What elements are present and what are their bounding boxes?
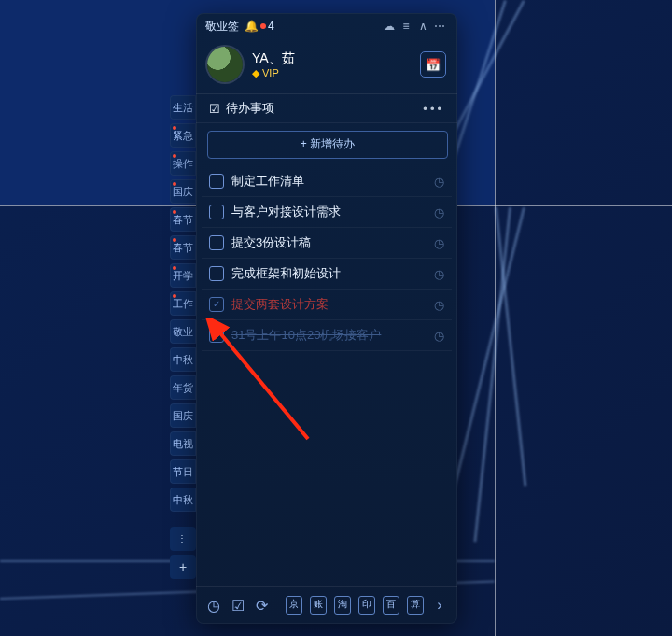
task-row[interactable]: 提交两套设计方案◷ [202, 290, 452, 320]
ribbon-item[interactable]: 国庆 [170, 403, 196, 428]
section-more-icon[interactable]: ••• [423, 102, 444, 116]
app-panel: 敬业签 🔔 4 ☁ ≡ ∧ ⋯ YA、茹 ◆ VIP 📅 ☑ 待办事项 ••• … [196, 13, 457, 624]
notification-badge[interactable]: 🔔 4 [245, 20, 274, 33]
ribbon-item[interactable]: 操作 [170, 151, 196, 176]
task-text: 与客户对接设计需求 [231, 204, 427, 220]
task-row[interactable]: 完成框架和初始设计◷ [202, 259, 452, 290]
task-list: 制定工作清单◷与客户对接设计需求◷提交3份设计稿◷完成框架和初始设计◷提交两套设… [196, 166, 457, 351]
task-row[interactable]: 与客户对接设计需求◷ [202, 197, 452, 228]
notification-count: 4 [268, 20, 274, 33]
calendar-icon[interactable]: 📅 [420, 51, 446, 78]
ribbon-item[interactable]: 中秋 [170, 347, 196, 372]
ribbon-item[interactable]: 电视 [170, 431, 196, 456]
task-row[interactable]: 提交3份设计稿◷ [202, 228, 452, 259]
cloud-sync-icon[interactable]: ☁ [381, 20, 398, 33]
bell-icon: 🔔 [245, 20, 259, 33]
shortcut-print[interactable]: 印 [358, 596, 375, 615]
task-reminder-icon[interactable]: ◷ [434, 267, 444, 281]
task-reminder-icon[interactable]: ◷ [434, 175, 444, 189]
bottom-bar: ◷ ☑ ⟳ 京 账 淘 印 百 算 › [196, 586, 457, 624]
refresh-icon[interactable]: ⟳ [254, 596, 271, 615]
task-text: 提交3份设计稿 [231, 234, 427, 251]
diamond-icon: ◆ [252, 67, 259, 79]
title-bar: 敬业签 🔔 4 ☁ ≡ ∧ ⋯ [196, 13, 457, 39]
ribbon-item[interactable]: 中秋 [170, 488, 196, 512]
avatar[interactable] [207, 47, 243, 82]
more-icon[interactable]: ⋯ [431, 20, 448, 33]
username: YA、茹 [252, 50, 420, 67]
task-reminder-icon[interactable]: ◷ [434, 236, 444, 250]
ribbon-add-button[interactable]: + [170, 555, 196, 579]
task-checkbox[interactable] [209, 235, 224, 250]
add-task-button[interactable]: + 新增待办 [207, 131, 448, 159]
ribbon-item[interactable]: 春节 [170, 207, 196, 232]
shortcut-jd[interactable]: 京 [286, 596, 302, 615]
shortcut-account[interactable]: 账 [310, 596, 327, 615]
history-icon[interactable]: ◷ [205, 596, 222, 615]
task-text: 31号上午10点20机场接客户 [231, 327, 427, 344]
section-title: 待办事项 [226, 100, 274, 117]
task-checkbox[interactable] [209, 205, 224, 219]
ribbon-item[interactable]: 开学 [170, 263, 196, 288]
task-text: 完成框架和初始设计 [231, 265, 427, 282]
profile-row: YA、茹 ◆ VIP 📅 [196, 39, 457, 93]
task-text: 提交两套设计方案 [231, 296, 427, 313]
task-reminder-icon[interactable]: ◷ [434, 329, 444, 343]
ribbon-item[interactable]: 年货 [170, 375, 196, 400]
ribbon-item[interactable]: 国庆 [170, 179, 196, 204]
task-row[interactable]: 制定工作清单◷ [202, 166, 452, 197]
notification-dot [260, 23, 266, 29]
task-checkbox[interactable] [209, 297, 224, 312]
collapse-icon[interactable]: ∧ [414, 20, 431, 33]
ribbon-item[interactable]: 春节 [170, 235, 196, 260]
ribbon-item[interactable]: 敬业 [170, 319, 196, 344]
menu-icon[interactable]: ≡ [398, 20, 414, 33]
ribbon-item[interactable]: 生活 [170, 95, 196, 120]
ribbon-item[interactable]: 节日 [170, 459, 196, 484]
shortcut-baidu[interactable]: 百 [383, 596, 399, 615]
app-title: 敬业签 [205, 19, 239, 35]
todo-view-icon[interactable]: ☑ [230, 596, 246, 615]
task-checkbox[interactable] [209, 266, 224, 281]
shortcut-calc[interactable]: 算 [407, 596, 424, 615]
task-text: 制定工作清单 [231, 173, 427, 190]
ribbon-item[interactable]: 紧急 [170, 123, 196, 148]
ribbon-item[interactable]: 工作 [170, 291, 196, 316]
task-checkbox[interactable] [209, 174, 224, 189]
task-checkbox[interactable] [209, 328, 224, 343]
vip-label: VIP [262, 67, 279, 78]
shortcut-taobao[interactable]: 淘 [334, 596, 351, 615]
section-header: ☑ 待办事项 ••• [196, 93, 457, 123]
next-icon[interactable]: › [431, 596, 448, 615]
task-row[interactable]: 31号上午10点20机场接客户◷ [202, 320, 452, 351]
vip-badge: ◆ VIP [252, 67, 420, 79]
task-reminder-icon[interactable]: ◷ [434, 298, 444, 312]
task-reminder-icon[interactable]: ◷ [434, 205, 444, 219]
todo-list-icon: ☑ [209, 102, 220, 116]
category-ribbon: 生活紧急操作国庆春节春节开学工作敬业中秋年货国庆电视节日中秋⋮+ [170, 95, 196, 579]
ribbon-more-button[interactable]: ⋮ [170, 527, 196, 551]
